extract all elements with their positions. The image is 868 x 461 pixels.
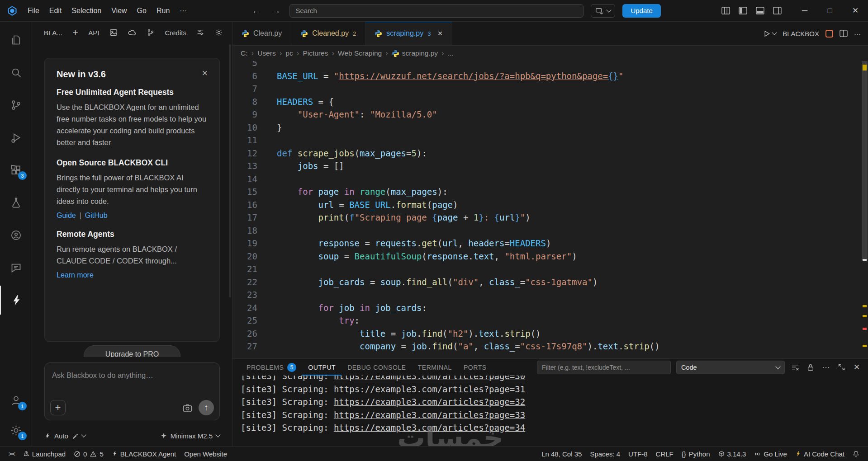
line-number[interactable]: 16 (232, 198, 257, 212)
line-number[interactable]: 15 (232, 185, 257, 198)
code-line[interactable]: 23 (232, 288, 868, 301)
run-python-icon[interactable] (763, 30, 776, 38)
accounts-icon[interactable]: 1 (0, 386, 32, 415)
breadcrumb-item[interactable]: ... (448, 49, 454, 57)
chat-input[interactable] (48, 367, 216, 383)
code-line[interactable]: 16 url = BASE_URL.format(page) (232, 198, 868, 212)
line-number[interactable]: 24 (232, 301, 257, 315)
line-number[interactable]: 14 (232, 173, 257, 186)
remote-indicator[interactable]: >< (5, 447, 19, 461)
new-chat-icon[interactable]: + (72, 27, 78, 38)
code-line[interactable]: 18 (232, 224, 868, 237)
mode-selector[interactable]: Auto (44, 432, 85, 440)
code-line[interactable]: 26 title = job.find("h2").text.strip() (232, 327, 868, 340)
card-link-guide[interactable]: Guide (57, 212, 76, 219)
breadcrumb-item[interactable]: pc (285, 49, 293, 57)
problems-status[interactable]: 0 5 (70, 447, 108, 461)
line-number[interactable]: 12 (232, 147, 257, 160)
output-channel-select[interactable]: Code (676, 361, 785, 374)
code-line[interactable]: 25 try: (232, 314, 868, 327)
notifications-bell-icon[interactable] (849, 450, 863, 457)
code-line[interactable]: 14 (232, 173, 868, 186)
line-number[interactable]: 21 (232, 263, 257, 276)
remote-explorer-icon[interactable] (0, 221, 32, 249)
code-line[interactable]: 7 (232, 82, 868, 95)
output-view[interactable]: [site3] Scraping: https://example3.com/a… (232, 376, 868, 446)
line-number[interactable]: 25 (232, 314, 257, 327)
search-input[interactable] (289, 4, 583, 18)
toggle-primary-sidebar-icon[interactable] (736, 4, 749, 18)
panel-tab-debug-console[interactable]: DEBUG CONSOLE (342, 359, 412, 376)
menu-file[interactable]: File (23, 5, 44, 17)
upgrade-to-pro-button[interactable]: Upgrade to PRO (84, 345, 180, 357)
line-number[interactable]: 22 (232, 276, 257, 289)
line-number[interactable]: 27 (232, 340, 257, 353)
customize-layout-icon[interactable] (719, 4, 732, 18)
line-number[interactable]: 5 (232, 61, 257, 70)
code-line[interactable]: 6BASE_URL = "https://wuzzuf.net/search/j… (232, 70, 868, 83)
extensions-icon[interactable]: 3 (0, 155, 32, 184)
output-url-link[interactable]: https://example3.com/articles?page=32 (334, 397, 525, 407)
code-line[interactable]: 13 jobs = [] (232, 160, 868, 173)
more-actions-icon[interactable]: ··· (854, 30, 861, 38)
launchpad-button[interactable]: Launchpad (19, 447, 70, 461)
encoding-status[interactable]: UTF-8 (624, 450, 652, 458)
minimize-button[interactable]: ─ (792, 0, 817, 21)
run-debug-icon[interactable] (0, 123, 32, 152)
code-line[interactable]: 9 "User-Agent": "Mozilla/5.0" (232, 108, 868, 121)
language-status[interactable]: {} Python (678, 450, 714, 458)
overview-ruler[interactable] (861, 61, 868, 358)
source-control-icon[interactable] (0, 90, 32, 119)
code-line[interactable]: 20 soup = BeautifulSoup(response.text, "… (232, 250, 868, 263)
maximize-button[interactable]: □ (817, 0, 843, 21)
code-line[interactable]: 12def scrape_jobs(max_pages=5): (232, 147, 868, 160)
line-number[interactable]: 18 (232, 224, 257, 237)
lock-scroll-icon[interactable] (806, 362, 816, 372)
menu-go[interactable]: Go (132, 5, 152, 17)
toggle-secondary-sidebar-icon[interactable] (770, 4, 784, 18)
tab-clean-py[interactable]: Clean.py (232, 22, 291, 45)
attach-plus-button[interactable]: + (50, 400, 66, 415)
code-line[interactable]: 11 (232, 134, 868, 147)
menu-view[interactable]: View (106, 5, 132, 17)
model-selector[interactable]: Minimax M2.5 (161, 432, 220, 440)
panel-tab-output[interactable]: OUTPUT (302, 359, 342, 376)
send-button[interactable]: ↑ (199, 400, 214, 415)
forward-arrow-icon[interactable]: → (270, 5, 282, 16)
line-number[interactable]: 11 (232, 134, 257, 147)
tab-scraping-py[interactable]: scraping.py3× (365, 22, 452, 45)
branch-icon[interactable] (147, 28, 155, 37)
output-url-link[interactable]: https://example3.com/articles?page=30 (334, 376, 525, 381)
chat-icon[interactable] (0, 253, 32, 282)
indentation-status[interactable]: Spaces: 4 (586, 450, 624, 458)
panel-tab-terminal[interactable]: TERMINAL (412, 359, 458, 376)
sliders-icon[interactable] (196, 28, 204, 37)
line-number[interactable]: 23 (232, 288, 257, 301)
scrollbar-thumb[interactable] (862, 61, 868, 260)
eol-status[interactable]: CRLF (652, 450, 678, 458)
output-url-link[interactable]: https://example3.com/articles?page=33 (334, 410, 525, 420)
breadcrumb-item[interactable]: C: (241, 49, 248, 57)
breadcrumb-item[interactable]: Web Scraping (338, 49, 382, 57)
credits-link[interactable]: Credits (165, 29, 186, 37)
blackbox-record-icon[interactable] (825, 30, 833, 38)
code-line[interactable]: 15 for page in range(max_pages): (232, 185, 868, 198)
code-line[interactable]: 5 (232, 61, 868, 70)
back-arrow-icon[interactable]: ← (250, 5, 262, 16)
toggle-panel-icon[interactable] (753, 4, 767, 18)
python-version-status[interactable]: 3.14.3 (714, 450, 750, 458)
cursor-position[interactable]: Ln 48, Col 35 (537, 450, 586, 458)
api-link[interactable]: API (88, 29, 99, 37)
close-window-button[interactable]: ✕ (843, 0, 868, 21)
tab-cleaned-py[interactable]: Cleaned.py2 (291, 22, 365, 45)
menu-more[interactable]: ··· (175, 5, 192, 17)
testing-icon[interactable] (0, 188, 32, 217)
go-live-button[interactable]: Go Live (750, 450, 791, 458)
panel-tab-ports[interactable]: PORTS (458, 359, 493, 376)
close-tab-icon[interactable]: × (437, 28, 442, 38)
explorer-icon[interactable] (0, 25, 32, 54)
breadcrumb-item[interactable]: scraping.py (392, 49, 438, 57)
line-number[interactable]: 26 (232, 327, 257, 340)
line-number[interactable]: 20 (232, 250, 257, 263)
code-line[interactable]: 24 for job in job_cards: (232, 301, 868, 315)
